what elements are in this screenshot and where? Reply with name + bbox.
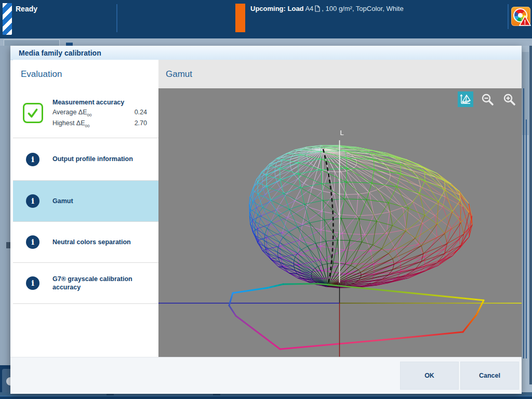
item-body: Output profile information: [52, 155, 158, 163]
top-status-bar: Ready Upcoming: Load A4, 100 g/m², TopCo…: [0, 0, 532, 38]
metric-row: Average ΔE000.24: [52, 109, 147, 117]
screen: Ready Upcoming: Load A4, 100 g/m², TopCo…: [0, 0, 532, 399]
cancel-button[interactable]: Cancel: [460, 362, 519, 390]
dialog-title: Media family calibration: [19, 49, 101, 57]
dialog-header: Media family calibration: [10, 46, 522, 60]
sidebar-item-output-profile-information[interactable]: iOutput profile information: [13, 138, 158, 181]
item-title: Neutral colors separation: [52, 238, 147, 246]
warning-triangle-icon: !: [519, 15, 531, 26]
media-family-calibration-dialog: Media family calibration Evaluation Gamu…: [10, 46, 522, 393]
item-title: G7® grayscale calibration accuracy: [52, 275, 147, 292]
item-body: Neutral colors separation: [52, 238, 158, 246]
zoom-out-button[interactable]: [481, 92, 495, 107]
sidebar-item-neutral-colors-separation[interactable]: iNeutral colors separation: [13, 222, 158, 263]
metric-value: 2.70: [135, 119, 147, 128]
item-body: G7® grayscale calibration accuracy: [52, 275, 158, 292]
printer-status-stripe-icon: [3, 3, 12, 35]
sidebar-item-gamut[interactable]: iGamut: [13, 181, 158, 222]
background-strip: [0, 38, 532, 46]
sidebar-item-g7-grayscale-calibration-accuracy[interactable]: iG7® grayscale calibration accuracy: [13, 263, 158, 304]
dialog-footer: OK Cancel: [10, 357, 522, 394]
background-bottom-bar: [0, 396, 532, 399]
item-body: Measurement accuracyAverage ΔE000.24High…: [52, 98, 158, 128]
item-icon-column: i: [13, 276, 52, 290]
evaluation-panel-title: Evaluation: [21, 69, 62, 79]
metric-row: Highest ΔE002.70: [52, 119, 147, 128]
3d-pyramid-icon: [459, 93, 472, 105]
background-left-marker: [6, 242, 10, 248]
color-calibration-alert-button[interactable]: !: [511, 7, 530, 26]
background-right-line: [523, 88, 524, 358]
metric-value: 0.24: [135, 109, 147, 117]
ok-button[interactable]: OK: [400, 362, 459, 390]
background-right-border: [529, 46, 532, 384]
sidebar-item-measurement-accuracy[interactable]: Measurement accuracyAverage ΔE000.24High…: [13, 88, 158, 138]
upcoming-media: A4: [305, 5, 313, 12]
check-ok-icon: [23, 103, 43, 123]
upcoming-label: Upcoming: Load: [250, 5, 304, 12]
info-icon: i: [26, 153, 39, 166]
info-icon: i: [26, 235, 39, 249]
svg-text:!: !: [524, 19, 526, 26]
gamut-panel-title: Gamut: [166, 69, 192, 79]
3d-view-button[interactable]: [458, 91, 473, 107]
item-title: Measurement accuracy: [52, 98, 147, 107]
evaluation-items: Measurement accuracyAverage ΔE000.24High…: [13, 88, 158, 304]
topbar-divider: [116, 4, 117, 32]
topbar-divider: [508, 4, 509, 29]
metric-label: Highest ΔE00: [52, 119, 89, 128]
metric-label: Average ΔE00: [52, 109, 91, 117]
info-icon: i: [26, 194, 39, 208]
upcoming-details: , 100 g/m², TopColor, White: [322, 5, 403, 12]
item-icon-column: i: [13, 153, 52, 166]
background-left-edge: [0, 46, 10, 365]
item-title: Output profile information: [52, 155, 147, 163]
upcoming-orange-marker: [235, 4, 245, 32]
item-icon-column: i: [13, 194, 52, 208]
info-icon: i: [26, 276, 39, 290]
gamut-3d-view[interactable]: L: [158, 88, 522, 357]
item-icon-column: i: [13, 235, 52, 249]
l-axis-label: L: [338, 129, 346, 137]
item-body: Gamut: [52, 197, 158, 205]
item-icon-column: [13, 103, 52, 123]
background-right-line: [526, 119, 527, 358]
paper-portrait-icon: [315, 5, 320, 12]
evaluation-panel-header: Evaluation: [13, 60, 158, 89]
upcoming-job-text: Upcoming: Load A4, 100 g/m², TopColor, W…: [250, 5, 404, 12]
item-title: Gamut: [52, 197, 147, 205]
printer-status-text: Ready: [16, 5, 37, 13]
zoom-in-button[interactable]: [502, 92, 517, 107]
gamut-panel-header: Gamut: [158, 60, 522, 88]
